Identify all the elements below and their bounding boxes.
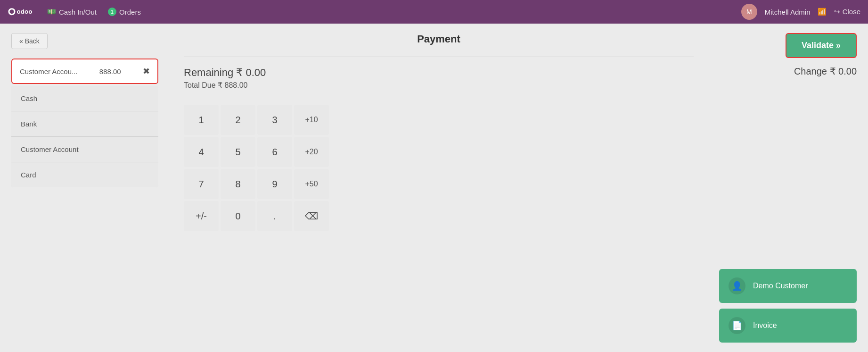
payment-methods-list: Cash Bank Customer Account Card: [11, 86, 158, 187]
navbar-right: M Mitchell Admin 📶 ↪ Close: [741, 4, 860, 20]
back-button[interactable]: « Back: [11, 33, 48, 49]
right-panel: Validate » Change ₹ 0.00 👤 Demo Customer…: [708, 24, 868, 352]
username-label: Mitchell Admin: [765, 8, 811, 16]
selected-payment-amount: 888.00: [99, 67, 121, 75]
invoice-icon: 📄: [729, 317, 745, 334]
numpad-plus10[interactable]: +10: [294, 105, 329, 135]
main-content: « Back Customer Accou... 888.00 ✖ Cash B…: [0, 24, 868, 352]
numpad-3[interactable]: 3: [257, 105, 292, 135]
payment-method-card[interactable]: Card: [11, 162, 158, 187]
demo-customer-button[interactable]: 👤 Demo Customer: [719, 269, 857, 303]
numpad-dot[interactable]: .: [257, 201, 292, 231]
numpad-backspace[interactable]: ⌫: [294, 201, 329, 231]
numpad-5[interactable]: 5: [221, 137, 255, 167]
numpad-8[interactable]: 8: [221, 169, 255, 199]
cash-inout-label: Cash In/Out: [59, 8, 97, 16]
numpad-0[interactable]: 0: [221, 201, 255, 231]
numpad-plusminus[interactable]: +/-: [184, 201, 219, 231]
svg-point-1: [10, 9, 14, 14]
cash-icon: 💵: [47, 8, 56, 16]
orders-badge: 1: [108, 8, 116, 16]
payment-method-customer-account[interactable]: Customer Account: [11, 137, 158, 162]
action-buttons: 👤 Demo Customer 📄 Invoice: [719, 269, 857, 343]
invoice-button[interactable]: 📄 Invoice: [719, 309, 857, 343]
numpad-6[interactable]: 6: [257, 137, 292, 167]
total-due-text: Total Due ₹ 888.00: [184, 81, 694, 90]
navbar: odoo 💵 Cash In/Out 1 Orders M Mitchell A…: [0, 0, 868, 24]
numpad-1[interactable]: 1: [184, 105, 219, 135]
payment-info: Remaining ₹ 0.00 Total Due ₹ 888.00: [184, 67, 694, 90]
remove-payment-button[interactable]: ✖: [143, 66, 150, 76]
close-nav-button[interactable]: ↪ Close: [834, 8, 860, 16]
numpad-2[interactable]: 2: [221, 105, 255, 135]
payment-method-bank[interactable]: Bank: [11, 111, 158, 137]
validate-button[interactable]: Validate »: [786, 33, 857, 58]
svg-text:odoo: odoo: [17, 8, 33, 15]
numpad-7[interactable]: 7: [184, 169, 219, 199]
logo[interactable]: odoo: [8, 5, 36, 19]
orders-label: Orders: [119, 8, 141, 16]
center-panel: Payment Remaining ₹ 0.00 Total Due ₹ 888…: [170, 24, 708, 352]
customer-icon: 👤: [729, 277, 745, 294]
selected-payment-label: Customer Accou...: [20, 67, 78, 75]
wifi-icon: 📶: [818, 8, 827, 16]
avatar: M: [741, 4, 757, 20]
left-panel: « Back Customer Accou... 888.00 ✖ Cash B…: [0, 24, 170, 352]
divider: [184, 57, 694, 57]
numpad-plus50[interactable]: +50: [294, 169, 329, 199]
selected-payment-card: Customer Accou... 888.00 ✖: [11, 59, 158, 84]
numpad: 1 2 3 +10 4 5 6 +20 7 8 9 +50 +/- 0 . ⌫: [184, 105, 694, 231]
payment-title: Payment: [184, 33, 694, 45]
change-text: Change ₹ 0.00: [794, 66, 857, 77]
numpad-plus20[interactable]: +20: [294, 137, 329, 167]
payment-method-cash[interactable]: Cash: [11, 86, 158, 111]
remaining-text: Remaining ₹ 0.00: [184, 67, 694, 79]
numpad-4[interactable]: 4: [184, 137, 219, 167]
numpad-9[interactable]: 9: [257, 169, 292, 199]
orders-nav[interactable]: 1 Orders: [108, 8, 141, 16]
cash-inout-nav[interactable]: 💵 Cash In/Out: [47, 8, 97, 16]
